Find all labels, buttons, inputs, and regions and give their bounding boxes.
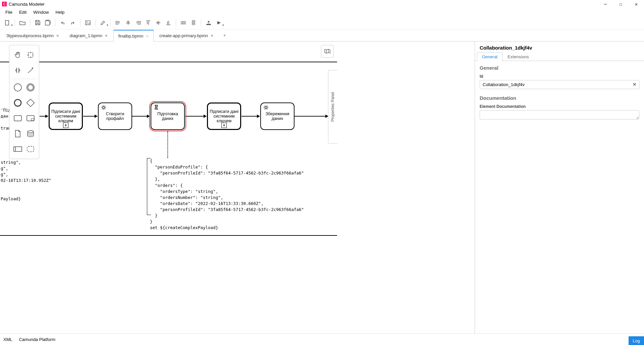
task-label: Створити профайл [100, 112, 130, 121]
bpmn-call-activity-sign-1[interactable]: Підписати дані системним ключем + [49, 102, 83, 130]
bpmn-script-task-prepare-data[interactable]: Підготовка даних [151, 102, 185, 130]
sequence-flow[interactable] [185, 116, 206, 117]
hand-tool[interactable] [12, 49, 23, 61]
svg-point-12 [14, 84, 21, 91]
association-line[interactable] [167, 131, 168, 158]
distribute-h-button[interactable] [179, 18, 188, 27]
svg-point-14 [28, 85, 33, 90]
label-id: Id [475, 73, 644, 80]
intermediate-event-tool[interactable] [25, 82, 36, 93]
lasso-tool[interactable] [25, 49, 36, 61]
menu-help[interactable]: Help [53, 9, 67, 15]
toolbar: ▾ ▾ ▾ [0, 16, 644, 29]
tab-diagram1[interactable]: diagram_1.bpmn × [65, 29, 113, 41]
menubar: File Edit Window Help [0, 8, 644, 16]
properties-panel-toggle-label: Properties Panel [331, 92, 335, 122]
sequence-flow[interactable] [294, 116, 328, 117]
app-icon: C [2, 2, 7, 6]
align-center-button[interactable] [123, 18, 133, 27]
tab-finalbp[interactable]: finalbp.bpmn ○ [113, 30, 154, 42]
save-all-button[interactable] [43, 18, 52, 27]
gateway-tool[interactable] [25, 97, 36, 109]
properties-panel: Collaboration_1dkjf4v General Extensions… [475, 42, 644, 333]
tab-3types[interactable]: 3typessubprocess.bpmn × [1, 29, 64, 41]
palette [9, 45, 39, 159]
bpmn-service-task-save[interactable]: Збереження даних [260, 102, 294, 130]
svg-rect-19 [31, 119, 34, 121]
task-tool[interactable] [12, 113, 23, 124]
close-icon[interactable]: × [105, 33, 108, 38]
svg-rect-16 [27, 99, 35, 107]
group-tool[interactable] [25, 143, 36, 155]
status-platform[interactable]: Camunda Platform [19, 337, 55, 342]
new-tab-button[interactable]: + [219, 29, 230, 41]
run-button[interactable]: ▾ [214, 18, 223, 27]
tab-label: finalbp.bpmn [118, 33, 143, 39]
status-xml[interactable]: XML [3, 337, 12, 342]
svg-rect-11 [28, 53, 33, 57]
tab-extensions[interactable]: Extensions [502, 52, 534, 61]
participant-tool[interactable] [12, 143, 23, 155]
dirty-icon[interactable]: ○ [146, 33, 149, 39]
data-store-tool[interactable] [25, 128, 36, 139]
bpmn-call-activity-sign-2[interactable]: Підписати дані системним ключем + [207, 102, 241, 130]
menu-file[interactable]: File [3, 9, 15, 15]
sequence-flow[interactable] [83, 116, 97, 117]
menu-edit[interactable]: Edit [16, 9, 29, 15]
sequence-flow[interactable] [132, 116, 150, 117]
properties-tabs: General Extensions [475, 52, 644, 61]
align-middle-button[interactable] [154, 18, 163, 27]
pool-bottom-border [0, 235, 337, 236]
tab-create-app[interactable]: create-app-primary.bpmn × [154, 29, 218, 41]
subprocess-tool[interactable] [25, 113, 36, 124]
log-button[interactable]: Log [629, 336, 644, 345]
documentation-field[interactable] [480, 110, 639, 120]
save-button[interactable] [33, 18, 42, 27]
end-event-tool[interactable] [12, 97, 23, 109]
image-button[interactable] [83, 18, 93, 27]
menu-window[interactable]: Window [31, 9, 51, 15]
maximize-button[interactable]: ☐ [613, 0, 629, 8]
close-icon[interactable]: × [211, 33, 213, 38]
open-file-button[interactable] [18, 18, 27, 27]
distribute-v-button[interactable] [189, 18, 198, 27]
minimap-toggle[interactable] [321, 45, 334, 58]
svg-point-9 [103, 107, 105, 109]
subprocess-marker-icon: + [63, 123, 68, 128]
svg-point-2 [87, 21, 88, 22]
pool-top-border [0, 62, 337, 62]
statusbar: XML Camunda Platform Log [0, 333, 644, 345]
start-event-tool[interactable] [12, 82, 23, 93]
diagram-canvas[interactable]: 'Піддан заtran string", g", g", 02-16T13… [0, 42, 337, 333]
new-file-button[interactable]: ▾ [3, 18, 12, 27]
close-button[interactable]: ✕ [629, 0, 644, 8]
close-icon[interactable]: × [56, 33, 59, 38]
svg-point-20 [28, 131, 34, 133]
tab-general[interactable]: General [477, 52, 502, 61]
align-top-button[interactable] [144, 18, 153, 27]
svg-rect-3 [181, 21, 182, 24]
bpmn-service-task-create-profile[interactable]: Створити профайл [98, 102, 132, 130]
sequence-flow[interactable] [241, 116, 260, 117]
undo-button[interactable] [58, 18, 67, 27]
properties-panel-toggle[interactable]: Properties Panel [328, 70, 337, 144]
text-annotation[interactable]: { "personEduProfile": { "personProfileId… [150, 158, 304, 231]
space-tool[interactable] [12, 65, 23, 76]
sequence-flow[interactable] [40, 116, 48, 117]
data-object-tool[interactable] [12, 128, 23, 139]
align-right-button[interactable] [133, 18, 143, 27]
redo-button[interactable] [68, 18, 77, 27]
app-title: Camunda Modeler [9, 2, 45, 7]
id-field[interactable] [480, 80, 639, 89]
deploy-button[interactable] [204, 18, 213, 27]
svg-point-10 [265, 107, 267, 109]
clear-icon[interactable]: ✕ [633, 82, 637, 87]
minimize-button[interactable]: ─ [598, 0, 613, 8]
gear-icon [263, 105, 269, 111]
align-bottom-button[interactable] [164, 18, 173, 27]
titlebar: C Camunda Modeler [0, 0, 644, 8]
connect-tool[interactable] [25, 65, 36, 76]
tabbar: 3typessubprocess.bpmn × diagram_1.bpmn ×… [0, 29, 644, 42]
align-left-button[interactable] [113, 18, 123, 27]
color-button[interactable]: ▾ [98, 18, 108, 27]
